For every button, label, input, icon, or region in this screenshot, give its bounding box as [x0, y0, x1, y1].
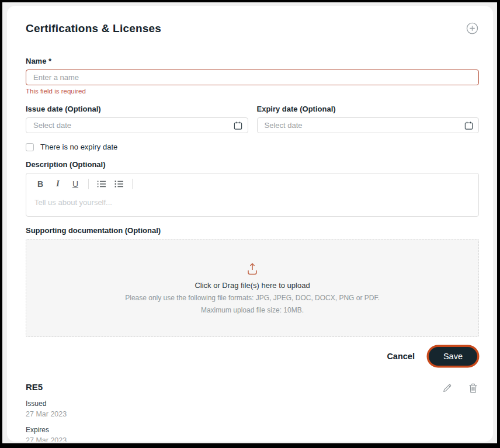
- page-background: Certifications & Licenses Name * This fi…: [2, 2, 497, 443]
- card-header: Certifications & Licenses: [26, 22, 479, 35]
- underline-button[interactable]: U: [68, 178, 82, 190]
- editor-toolbar: B I U: [26, 173, 478, 192]
- no-expiry-checkbox-label: There is no expiry date: [40, 143, 117, 151]
- expires-date-value: 27 Mar 2023: [26, 436, 67, 442]
- toolbar-divider: [88, 179, 89, 189]
- page-title: Certifications & Licenses: [26, 22, 161, 35]
- entry-actions: [442, 382, 479, 442]
- certification-entry: RE5 Issued 27 Mar 2023 Expires 27 Mar 20…: [26, 382, 479, 442]
- upload-icon: [246, 262, 259, 276]
- expiry-date-input[interactable]: [257, 117, 480, 133]
- form-actions: Cancel Save: [26, 347, 479, 366]
- delete-entry-button[interactable]: [468, 383, 478, 393]
- description-field-group: Description (Optional) B I U: [26, 160, 479, 217]
- description-textarea[interactable]: Tell us about yourself...: [34, 198, 470, 207]
- bold-button[interactable]: B: [33, 178, 47, 190]
- issue-date-label: Issue date (Optional): [26, 105, 248, 113]
- expires-label: Expires: [26, 426, 67, 434]
- issued-date-value: 27 Mar 2023: [26, 410, 67, 418]
- edit-entry-button[interactable]: [442, 383, 452, 393]
- upload-formats-hint: Please only use the following file forma…: [125, 294, 379, 302]
- screenshot-frame: Certifications & Licenses Name * This fi…: [0, 0, 500, 448]
- trash-icon: [468, 383, 478, 393]
- description-label: Description (Optional): [26, 160, 479, 169]
- add-certification-button[interactable]: [466, 22, 479, 35]
- documentation-label: Supporting documentation (Optional): [26, 226, 479, 235]
- dates-row: Issue date (Optional) Expiry d: [26, 105, 479, 133]
- entry-details: RE5 Issued 27 Mar 2023 Expires 27 Mar 20…: [26, 382, 67, 442]
- toolbar-divider: [132, 179, 133, 189]
- certifications-card: Certifications & Licenses Name * This fi…: [7, 6, 493, 442]
- issued-label: Issued: [26, 400, 67, 408]
- entry-title: RE5: [26, 382, 67, 392]
- no-expiry-checkbox-row: There is no expiry date: [26, 143, 479, 151]
- name-label: Name *: [26, 57, 479, 65]
- name-field-group: Name * This field is required: [26, 57, 479, 95]
- italic-button[interactable]: I: [51, 178, 65, 190]
- issue-date-input[interactable]: [26, 117, 248, 133]
- upload-size-hint: Maximum upload file size: 10MB.: [201, 306, 304, 314]
- expiry-date-group: Expiry date (Optional): [257, 105, 480, 133]
- file-upload-dropzone[interactable]: Click or Drag file(s) here to upload Ple…: [26, 239, 479, 337]
- issue-date-group: Issue date (Optional): [26, 105, 248, 133]
- rich-text-editor: B I U: [26, 173, 479, 217]
- plus-circle-icon: [466, 22, 478, 35]
- bullet-list-icon[interactable]: [95, 178, 109, 190]
- cancel-button[interactable]: Cancel: [387, 352, 415, 361]
- no-expiry-checkbox[interactable]: [26, 143, 34, 151]
- pencil-icon: [442, 383, 452, 393]
- expiry-date-label: Expiry date (Optional): [257, 105, 480, 113]
- name-input[interactable]: [26, 70, 479, 85]
- documentation-field-group: Supporting documentation (Optional) Clic…: [26, 226, 479, 337]
- save-button[interactable]: Save: [429, 347, 477, 366]
- numbered-list-icon[interactable]: [112, 178, 126, 190]
- upload-instruction: Click or Drag file(s) here to upload: [195, 281, 310, 290]
- name-error-message: This field is required: [26, 88, 479, 95]
